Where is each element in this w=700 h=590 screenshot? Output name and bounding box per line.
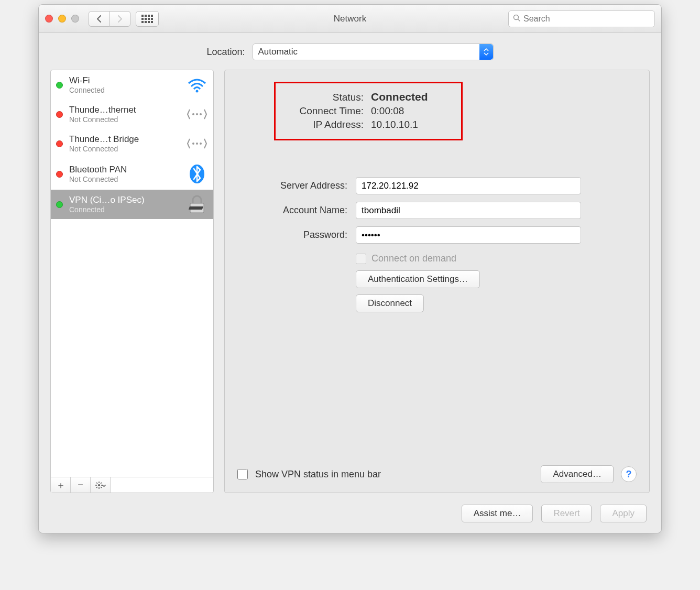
svg-line-17 (96, 483, 97, 484)
sidebar-item-bluetooth-pan[interactable]: Bluetooth PANNot Connected (51, 158, 213, 190)
close-button[interactable] (45, 15, 53, 23)
wifi-icon (186, 77, 208, 93)
status-dot (56, 201, 63, 208)
status-dot (56, 171, 63, 178)
assist-me-button[interactable]: Assist me… (462, 505, 533, 522)
authentication-settings-button[interactable]: Authentication Settings… (356, 270, 480, 288)
sidebar-item-thunde-t-bridge[interactable]: Thunde…t BridgeNot Connected (51, 129, 213, 158)
back-button[interactable] (89, 11, 110, 27)
interface-status: Not Connected (69, 145, 180, 153)
svg-point-2 (196, 90, 199, 93)
interface-actions-button[interactable] (91, 477, 111, 493)
location-label: Location: (206, 47, 245, 58)
lock-icon (186, 195, 208, 214)
detail-panel: Status: Connected Connect Time: 0:00:08 … (224, 70, 650, 493)
sidebar-item-vpn-ci-o-ipsec-[interactable]: VPN (Ci…o IPSec)Connected (51, 190, 213, 219)
status-dot (56, 82, 63, 89)
interface-status: Not Connected (69, 115, 180, 124)
remove-interface-button[interactable]: − (71, 477, 91, 493)
server-address-input[interactable] (356, 177, 581, 194)
titlebar: Network (39, 5, 661, 33)
interface-name: Wi-Fi (69, 75, 180, 86)
status-dot (56, 140, 63, 147)
show-vpn-menubar-label: Show VPN status in menu bar (255, 469, 381, 480)
bt-icon (186, 163, 208, 184)
show-vpn-menubar-checkbox[interactable] (237, 469, 248, 479)
advanced-button[interactable]: Advanced… (541, 465, 614, 483)
eth-icon (186, 136, 208, 151)
network-preferences-window: Network Location: Automatic Wi-FiConnect… (38, 4, 662, 533)
connect-on-demand-label: Connect on demand (371, 253, 456, 264)
svg-line-18 (101, 487, 102, 488)
svg-line-1 (518, 19, 520, 21)
svg-point-7 (196, 143, 198, 145)
ip-label: IP Address: (285, 119, 364, 130)
disconnect-button[interactable]: Disconnect (356, 294, 424, 312)
interface-name: VPN (Ci…o IPSec) (69, 195, 180, 205)
interface-name: Bluetooth PAN (69, 165, 180, 175)
grid-icon (141, 15, 153, 23)
gear-icon (95, 482, 106, 489)
svg-rect-11 (189, 206, 203, 210)
forward-button[interactable] (110, 11, 130, 27)
sidebar-item-wi-fi[interactable]: Wi-FiConnected (51, 70, 213, 100)
sidebar-item-thunde-thernet[interactable]: Thunde…thernetNot Connected (51, 100, 213, 129)
svg-point-4 (196, 113, 198, 115)
ip-value: 10.10.10.1 (371, 119, 418, 130)
search-field-wrap[interactable] (508, 10, 655, 27)
status-dot (56, 111, 63, 118)
select-stepper-icon (479, 44, 493, 60)
svg-point-12 (98, 484, 100, 486)
main-area: Wi-FiConnectedThunde…thernetNot Connecte… (39, 70, 661, 499)
sidebar-toolbar: ＋ − (51, 477, 213, 493)
svg-point-3 (192, 113, 194, 115)
interface-status: Connected (69, 86, 180, 94)
status-highlight-box: Status: Connected Connect Time: 0:00:08 … (274, 82, 463, 140)
connect-on-demand-checkbox[interactable] (356, 254, 366, 264)
location-select[interactable]: Automatic (253, 43, 494, 60)
interface-status: Connected (69, 205, 180, 214)
svg-point-6 (192, 143, 194, 145)
connect-time-value: 0:00:08 (371, 105, 404, 117)
svg-point-8 (200, 143, 202, 145)
search-icon (513, 14, 520, 24)
interface-sidebar: Wi-FiConnectedThunde…thernetNot Connecte… (50, 70, 214, 493)
svg-line-20 (96, 487, 97, 488)
revert-button[interactable]: Revert (541, 505, 592, 522)
svg-point-5 (200, 113, 202, 115)
account-name-label: Account Name: (237, 205, 347, 216)
bottom-action-row: Assist me… Revert Apply (39, 499, 661, 533)
interface-status: Not Connected (69, 175, 180, 183)
connect-time-label: Connect Time: (285, 105, 364, 117)
status-label: Status: (285, 92, 364, 103)
location-row: Location: Automatic (39, 33, 661, 70)
zoom-button[interactable] (71, 15, 79, 23)
add-interface-button[interactable]: ＋ (51, 477, 71, 493)
interface-list: Wi-FiConnectedThunde…thernetNot Connecte… (51, 70, 213, 477)
apply-button[interactable]: Apply (600, 505, 647, 522)
server-address-label: Server Address: (237, 180, 347, 191)
password-input[interactable] (356, 226, 581, 244)
interface-name: Thunde…thernet (69, 105, 180, 115)
location-value: Automatic (258, 47, 298, 57)
svg-line-19 (101, 483, 102, 484)
minimize-button[interactable] (58, 15, 66, 23)
window-controls (45, 15, 79, 23)
interface-name: Thunde…t Bridge (69, 134, 180, 145)
search-input[interactable] (523, 14, 650, 24)
password-label: Password: (237, 230, 347, 241)
account-name-input[interactable] (356, 202, 581, 219)
eth-icon (186, 106, 208, 122)
help-button[interactable]: ? (621, 466, 637, 482)
show-all-button[interactable] (136, 11, 159, 27)
status-value: Connected (371, 91, 428, 103)
